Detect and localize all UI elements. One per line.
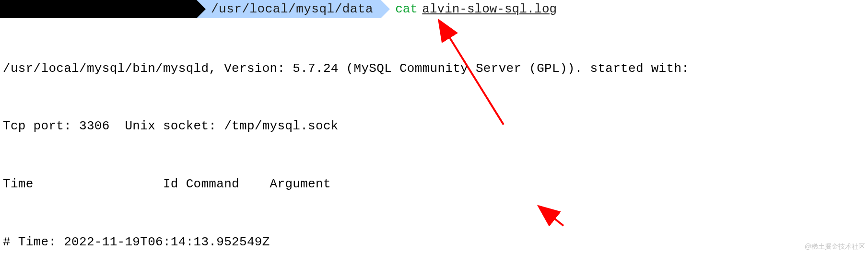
command-name: cat <box>395 0 418 19</box>
output-line: /usr/local/mysql/bin/mysqld, Version: 5.… <box>3 59 865 78</box>
prompt-path-text: /usr/local/mysql/data <box>211 0 373 19</box>
terminal-output: /usr/local/mysql/bin/mysqld, Version: 5.… <box>0 18 868 254</box>
terminal-prompt-line[interactable]: /usr/local/mysql/data cat alvin-slow-sql… <box>0 0 868 18</box>
output-line: Tcp port: 3306 Unix socket: /tmp/mysql.s… <box>3 116 865 136</box>
output-line: # Time: 2022-11-19T06:14:13.952549Z <box>3 232 865 252</box>
prompt-segment-blank <box>0 0 197 18</box>
output-line: Time Id Command Argument <box>3 174 865 194</box>
command-entry[interactable]: cat alvin-slow-sql.log <box>381 0 557 19</box>
prompt-current-path: /usr/local/mysql/data <box>197 0 381 18</box>
watermark-text: @稀土掘金技术社区 <box>805 242 865 252</box>
command-argument: alvin-slow-sql.log <box>422 0 557 19</box>
